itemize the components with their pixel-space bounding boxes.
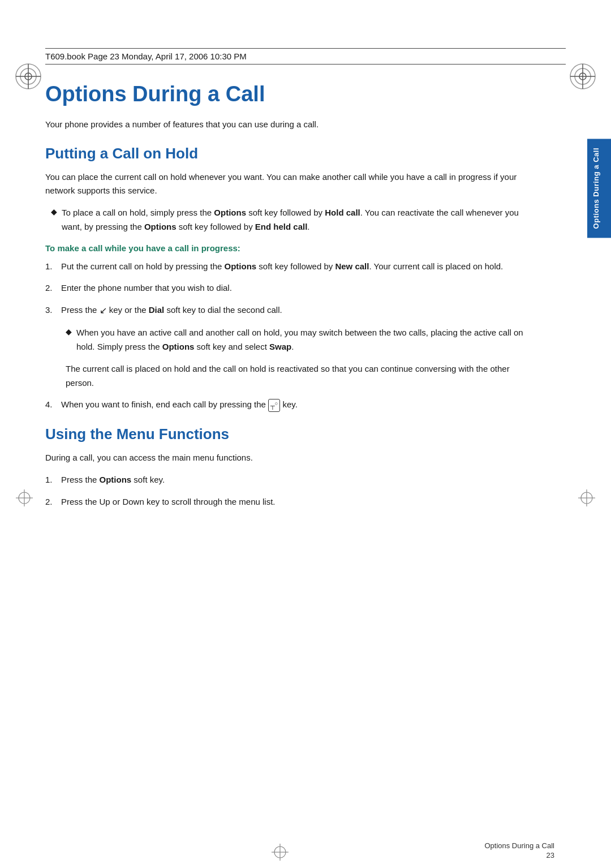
crosshair-bottom-mid (272, 844, 289, 862)
chapter-title: Options During a Call (45, 81, 526, 108)
steps-list: 1. Put the current call on hold by press… (45, 260, 526, 319)
step-1-num: 1. (45, 260, 61, 274)
section2-steps: 1. Press the Options soft key. 2. Press … (45, 473, 526, 509)
main-content: Options During a Call Your phone provide… (45, 65, 554, 509)
diamond-icon: ◆ (51, 207, 57, 216)
section1-subheading: To make a call while you have a call in … (45, 243, 526, 253)
step-4: 4. When you want to finish, end each cal… (45, 398, 526, 412)
header-text: T609.book Page 23 Monday, April 17, 2006… (45, 51, 247, 61)
step-3: 3. Press the ↙ key or the Dial soft key … (45, 303, 526, 318)
bullet-hold-text: To place a call on hold, simply press th… (62, 206, 526, 234)
step-2-text: Enter the phone number that you wish to … (61, 281, 526, 295)
corner-mark-tl (11, 59, 45, 93)
after-bullet-text: The current call is placed on hold and t… (45, 362, 526, 390)
section2-step-1-num: 1. (45, 473, 61, 487)
crosshair-left-mid (16, 489, 33, 508)
step-4-text: When you want to finish, end each call b… (61, 398, 526, 412)
section2-step-2-num: 2. (45, 495, 61, 509)
step-4-num: 4. (45, 398, 61, 412)
step-2-num: 2. (45, 281, 61, 295)
sidebar-tab-text: Options During a Call (592, 148, 600, 229)
bullet-hold: ◆ To place a call on hold, simply press … (45, 206, 526, 234)
step-2: 2. Enter the phone number that you wish … (45, 281, 526, 295)
section2-step-1-text: Press the Options soft key. (61, 473, 526, 487)
chapter-intro: Your phone provides a number of features… (45, 118, 526, 131)
footer-page: 23 (484, 851, 554, 860)
section1-body: You can place the current call on hold w… (45, 170, 526, 199)
section2-step-1: 1. Press the Options soft key. (45, 473, 526, 487)
section2-heading: Using the Menu Functions (45, 426, 526, 443)
bullet-swap-text: When you have an active call and another… (76, 326, 526, 354)
page: T609.book Page 23 Monday, April 17, 2006… (0, 48, 611, 868)
step-1-text: Put the current call on hold by pressing… (61, 260, 526, 274)
section2-intro: During a call, you can access the main m… (45, 451, 526, 465)
bullet-swap: ◆ When you have an active call and anoth… (66, 326, 526, 354)
step-1: 1. Put the current call on hold by press… (45, 260, 526, 274)
diamond-icon-2: ◆ (66, 327, 72, 336)
footer-label: Options During a Call (484, 841, 554, 850)
section2-step-2: 2. Press the Up or Down key to scroll th… (45, 495, 526, 509)
end-key-icon: ┬○ (268, 399, 280, 412)
section1-heading: Putting a Call on Hold (45, 145, 526, 162)
step4-list: 4. When you want to finish, end each cal… (45, 398, 526, 412)
crosshair-right-mid (578, 489, 595, 508)
step-3-text: Press the ↙ key or the Dial soft key to … (61, 303, 526, 318)
nested-bullet-swap: ◆ When you have an active call and anoth… (45, 326, 526, 354)
step-3-num: 3. (45, 303, 61, 317)
footer: Options During a Call 23 (484, 841, 554, 860)
section2-step-2-text: Press the Up or Down key to scroll throu… (61, 495, 526, 509)
sidebar-tab: Options During a Call (587, 139, 611, 238)
header-bar: T609.book Page 23 Monday, April 17, 2006… (45, 48, 566, 65)
phone-key-icon: ↙ (100, 303, 107, 318)
corner-mark-tr (566, 59, 600, 93)
